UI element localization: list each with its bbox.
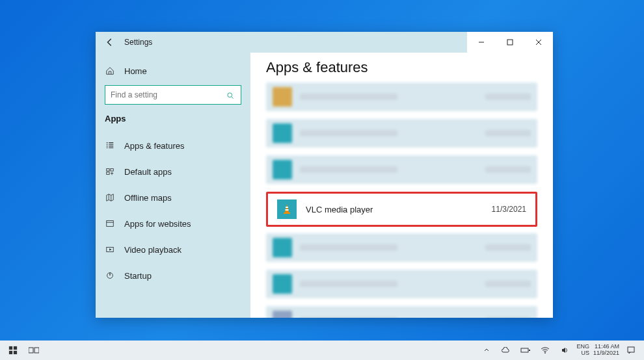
sidebar-item-video-playback[interactable]: Video playback xyxy=(105,237,241,263)
app-row-blurred xyxy=(266,83,537,111)
sidebar-item-offline-maps[interactable]: Offline maps xyxy=(105,185,241,211)
svg-rect-5 xyxy=(111,169,113,172)
sidebar-item-default-apps[interactable]: Default apps xyxy=(105,159,241,185)
svg-rect-16 xyxy=(9,346,12,350)
app-name: VLC media player xyxy=(306,205,373,214)
app-row-blurred xyxy=(266,270,537,298)
tray-show-hidden-icon[interactable] xyxy=(479,342,494,358)
app-row-blurred xyxy=(266,306,537,318)
search-input[interactable] xyxy=(111,90,226,99)
svg-rect-18 xyxy=(9,351,12,354)
settings-window: Settings Home xyxy=(96,32,553,318)
home-icon xyxy=(105,66,115,76)
sidebar-item-startup[interactable]: Startup xyxy=(105,263,241,289)
tray-volume-icon[interactable] xyxy=(557,342,572,358)
svg-rect-7 xyxy=(107,221,114,227)
offline-maps-icon xyxy=(105,192,115,203)
window-title: Settings xyxy=(124,38,152,47)
sidebar-item-label: Default apps xyxy=(124,167,172,177)
back-button[interactable] xyxy=(105,37,115,47)
video-playback-icon xyxy=(105,244,115,255)
clock-date: 11/9/2021 xyxy=(593,350,619,357)
svg-rect-20 xyxy=(29,348,33,353)
sidebar: Home Apps Apps & features Default app xyxy=(96,53,250,318)
lang-bottom: US xyxy=(581,350,589,357)
page-title: Apps & features xyxy=(266,59,537,76)
svg-marker-12 xyxy=(285,204,289,212)
svg-point-2 xyxy=(228,93,232,97)
main-content: Apps & features VLC media player 11/3/20… xyxy=(250,53,553,318)
sidebar-item-label: Offline maps xyxy=(124,193,172,203)
sidebar-item-label: Startup xyxy=(124,271,152,281)
default-apps-icon xyxy=(105,166,115,177)
svg-rect-6 xyxy=(107,172,109,175)
svg-rect-23 xyxy=(529,350,530,351)
sidebar-item-label: Video playback xyxy=(124,245,181,255)
sidebar-item-label: Apps for websites xyxy=(124,219,191,229)
svg-rect-21 xyxy=(34,348,39,353)
tray-wifi-icon[interactable] xyxy=(537,342,553,358)
svg-rect-25 xyxy=(628,347,634,352)
search-input-container[interactable] xyxy=(105,85,241,105)
minimize-button[interactable] xyxy=(467,32,496,53)
svg-rect-15 xyxy=(284,212,290,214)
app-row-blurred xyxy=(266,233,537,262)
svg-rect-4 xyxy=(107,169,109,172)
sidebar-item-apps-websites[interactable]: Apps for websites xyxy=(105,211,241,237)
sidebar-item-apps-features[interactable]: Apps & features xyxy=(105,133,241,159)
close-button[interactable] xyxy=(524,32,553,53)
svg-rect-19 xyxy=(14,351,17,354)
svg-rect-17 xyxy=(14,346,17,350)
start-button[interactable] xyxy=(5,342,21,358)
sidebar-item-label: Apps & features xyxy=(124,141,185,151)
app-install-date: 11/3/2021 xyxy=(492,205,526,214)
sidebar-category: Apps xyxy=(105,111,241,133)
tray-onedrive-icon[interactable] xyxy=(498,342,514,358)
tray-action-center-icon[interactable] xyxy=(623,342,639,358)
svg-rect-14 xyxy=(286,209,289,211)
maximize-button[interactable] xyxy=(496,32,524,53)
tray-language[interactable]: ENG US xyxy=(576,344,589,357)
svg-rect-1 xyxy=(507,40,513,45)
app-row-vlc[interactable]: VLC media player 11/3/2021 xyxy=(266,192,537,227)
svg-rect-13 xyxy=(286,207,288,208)
sidebar-home[interactable]: Home xyxy=(105,59,241,83)
app-row-blurred xyxy=(266,119,537,148)
sidebar-home-label: Home xyxy=(124,66,147,76)
titlebar: Settings xyxy=(96,32,553,53)
startup-icon xyxy=(105,270,115,281)
tray-battery-icon[interactable] xyxy=(518,342,533,358)
apps-features-icon xyxy=(105,140,115,151)
task-view-button[interactable] xyxy=(26,342,42,358)
app-row-blurred xyxy=(266,155,537,184)
svg-point-24 xyxy=(544,352,546,354)
svg-rect-22 xyxy=(521,348,528,352)
taskbar[interactable]: ENG US 11:46 AM 11/9/2021 xyxy=(0,341,644,360)
tray-clock[interactable]: 11:46 AM 11/9/2021 xyxy=(593,344,619,357)
search-icon xyxy=(226,90,235,99)
svg-line-3 xyxy=(232,97,233,98)
vlc-icon xyxy=(277,199,297,219)
apps-websites-icon xyxy=(105,218,115,229)
